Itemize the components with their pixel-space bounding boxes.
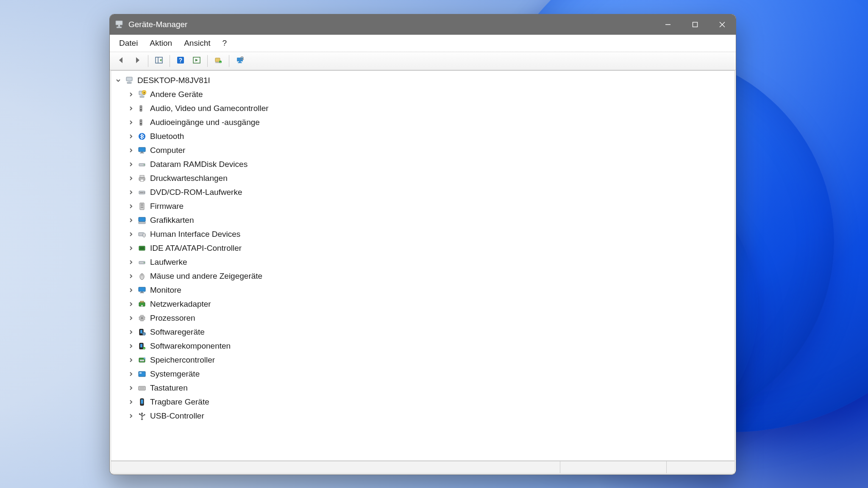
nav-back-button[interactable] — [114, 54, 128, 68]
chevron-right-icon[interactable] — [127, 175, 135, 182]
tree-category-node[interactable]: IDE ATA/ATAPI-Controller — [111, 241, 734, 255]
monitor-icon — [137, 146, 147, 155]
tree-category-node[interactable]: Netzwerkadapter — [111, 297, 734, 311]
tree-category-node[interactable]: Audio, Video und Gamecontroller — [111, 101, 734, 115]
tree-category-node[interactable]: Mäuse und andere Zeigegeräte — [111, 269, 734, 283]
tree-node-label: Computer — [150, 145, 185, 155]
bluetooth-icon — [137, 132, 147, 141]
tree-category-node[interactable]: Firmware — [111, 199, 734, 213]
tree-category-node[interactable]: Softwaregeräte — [111, 325, 734, 339]
chevron-right-icon[interactable] — [127, 230, 135, 238]
toolbar: ? + — [110, 52, 736, 70]
tree-node-label: IDE ATA/ATAPI-Controller — [150, 243, 242, 253]
scan-hardware-icon — [236, 56, 244, 66]
tree-node-label: Dataram RAMDisk Devices — [150, 159, 248, 169]
menu-help[interactable]: ? — [216, 35, 233, 52]
chevron-right-icon[interactable] — [127, 342, 135, 350]
tree-category-node[interactable]: Dataram RAMDisk Devices — [111, 157, 734, 171]
maximize-button[interactable] — [682, 14, 709, 35]
chevron-right-icon[interactable] — [127, 384, 135, 392]
show-hide-tree-icon — [155, 56, 163, 66]
svg-rect-4 — [693, 22, 698, 27]
chevron-right-icon[interactable] — [127, 272, 135, 280]
tree-root-node[interactable]: DESKTOP-M8JV81I — [111, 73, 734, 87]
device-tree: DESKTOP-M8JV81IAndere GeräteAudio, Video… — [111, 71, 734, 425]
update-driver-button[interactable]: + — [211, 54, 225, 68]
chevron-right-icon[interactable] — [127, 189, 135, 196]
chevron-right-icon[interactable] — [127, 412, 135, 420]
tree-category-node[interactable]: Tragbare Geräte — [111, 395, 734, 409]
properties-button[interactable] — [190, 54, 203, 68]
minimize-button[interactable] — [654, 14, 682, 35]
chevron-right-icon[interactable] — [127, 356, 135, 364]
statusbar — [111, 461, 735, 474]
chevron-right-icon[interactable] — [127, 119, 135, 126]
tree-node-label: Tastaturen — [150, 383, 188, 393]
tree-category-node[interactable]: Prozessoren — [111, 311, 734, 325]
optical-drive-icon — [137, 188, 147, 197]
tree-category-node[interactable]: Monitore — [111, 283, 734, 297]
chevron-right-icon[interactable] — [127, 398, 135, 406]
tree-node-label: Human Interface Devices — [150, 229, 240, 239]
chevron-right-icon[interactable] — [127, 105, 135, 112]
show-hide-tree-button[interactable] — [152, 54, 166, 68]
svg-text:+: + — [220, 61, 221, 64]
menu-datei[interactable]: Datei — [113, 35, 144, 52]
scan-hardware-button[interactable] — [233, 54, 247, 68]
chevron-right-icon[interactable] — [127, 161, 135, 168]
menu-aktion[interactable]: Aktion — [144, 35, 178, 52]
close-button[interactable] — [709, 14, 736, 35]
tree-category-node[interactable]: Bluetooth — [111, 129, 734, 143]
chevron-right-icon[interactable] — [127, 91, 135, 98]
tree-category-node[interactable]: Tastaturen — [111, 381, 734, 395]
svg-marker-9 — [160, 59, 161, 61]
update-driver-icon: + — [214, 56, 223, 66]
chevron-right-icon[interactable] — [127, 133, 135, 140]
tree-category-node[interactable]: USB-Controller — [111, 409, 734, 423]
disk-icon — [137, 160, 147, 169]
chevron-right-icon[interactable] — [127, 328, 135, 336]
tree-category-node[interactable]: Computer — [111, 143, 734, 157]
chevron-right-icon[interactable] — [127, 286, 135, 294]
help-button[interactable]: ? — [174, 54, 187, 68]
tree-category-node[interactable]: Druckwarteschlangen — [111, 171, 734, 185]
network-icon — [137, 299, 147, 309]
audio-icon — [137, 118, 147, 127]
toolbar-separator — [207, 55, 208, 67]
chevron-right-icon[interactable] — [127, 370, 135, 378]
menu-ansicht[interactable]: Ansicht — [178, 35, 216, 52]
printer-icon — [137, 174, 147, 183]
chevron-right-icon[interactable] — [127, 300, 135, 308]
tree-category-node[interactable]: DVD/CD-ROM-Laufwerke — [111, 185, 734, 199]
tree-category-node[interactable]: Human Interface Devices — [111, 227, 734, 241]
svg-rect-19 — [239, 61, 241, 62]
tree-node-label: Laufwerke — [150, 257, 187, 267]
tree-category-node[interactable]: Systemgeräte — [111, 367, 734, 381]
device-tree-pane[interactable]: DESKTOP-M8JV81IAndere GeräteAudio, Video… — [111, 70, 735, 461]
chevron-right-icon[interactable] — [127, 314, 135, 322]
tree-node-label: Bluetooth — [150, 131, 184, 141]
keyboard-icon — [137, 383, 147, 393]
unknown-device-icon — [137, 90, 147, 99]
chevron-right-icon[interactable] — [127, 244, 135, 252]
menu-label: Ansicht — [184, 39, 210, 48]
chevron-right-icon[interactable] — [127, 147, 135, 154]
tree-category-node[interactable]: Grafikkarten — [111, 213, 734, 227]
tree-category-node[interactable]: Laufwerke — [111, 255, 734, 269]
tree-node-label: Tragbare Geräte — [150, 397, 209, 407]
tree-category-node[interactable]: Speichercontroller — [111, 353, 734, 367]
chevron-down-icon[interactable] — [114, 77, 122, 84]
hid-icon — [137, 230, 147, 239]
chevron-right-icon[interactable] — [127, 258, 135, 266]
tree-category-node[interactable]: Audioeingänge und -ausgänge — [111, 115, 734, 129]
ide-controller-icon — [137, 244, 147, 253]
titlebar[interactable]: Geräte-Manager — [110, 14, 736, 35]
nav-forward-button[interactable] — [131, 54, 144, 68]
chevron-right-icon[interactable] — [127, 202, 135, 210]
tree-category-node[interactable]: Softwarekomponenten — [111, 339, 734, 353]
chevron-right-icon[interactable] — [127, 216, 135, 224]
tree-category-node[interactable]: Andere Geräte — [111, 87, 734, 101]
computer-root-icon — [125, 76, 134, 85]
tree-node-label: Softwarekomponenten — [150, 341, 231, 351]
svg-text:?: ? — [179, 57, 183, 64]
